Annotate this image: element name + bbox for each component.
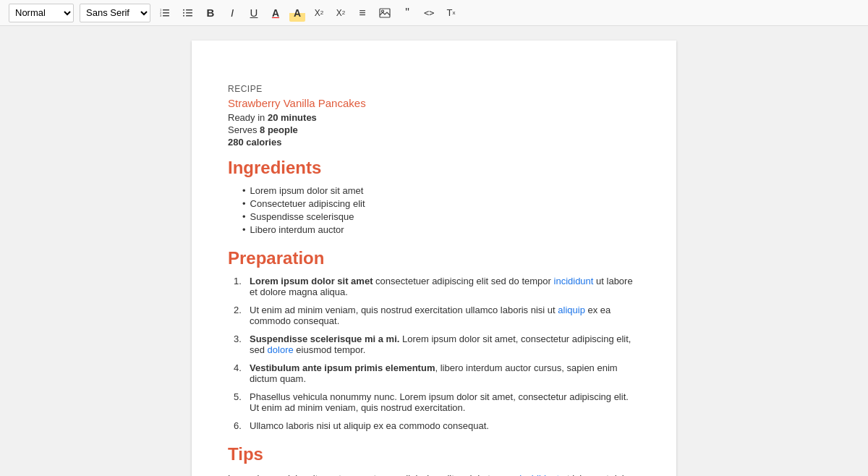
highlight-button[interactable]: A: [289, 4, 305, 22]
serves-meta: Serves 8 people: [228, 124, 640, 135]
list-item: 2. Ut enim ad minim veniam, quis nostrud…: [234, 305, 640, 326]
step-number: 3.: [234, 333, 242, 344]
list-item: 6. Ullamco laboris nisi ut aliquip ex ea…: [234, 420, 640, 431]
svg-rect-8: [186, 15, 192, 17]
list-item: 5. Phasellus vehicula nonummy nunc. Lore…: [234, 391, 640, 413]
step-bold-text: Lorem ipsum dolor sit amet: [250, 276, 373, 286]
list-item: Suspendisse scelerisque: [242, 211, 640, 222]
svg-point-11: [183, 14, 184, 16]
ready-meta: Ready in 20 minutes: [228, 112, 640, 123]
step-number: 5.: [234, 391, 242, 402]
recipe-label: RECIPE: [228, 84, 640, 94]
step-link[interactable]: incididunt: [554, 276, 594, 286]
font-selector[interactable]: Sans Serif Serif Monospace: [80, 4, 150, 22]
tips-text: Lorem ipsum dolor sit amet consectuuer a…: [228, 472, 640, 476]
line-spacing-button[interactable]: ≡: [354, 4, 370, 22]
ready-time: 20 minutes: [268, 112, 317, 123]
svg-rect-2: [163, 15, 169, 17]
recipe-title: Strawberry Vanilla Pancakes: [228, 97, 640, 109]
svg-point-9: [183, 9, 184, 10]
svg-rect-1: [163, 12, 169, 14]
ordered-list-button[interactable]: 1 2 3: [156, 4, 174, 22]
list-item: Libero interdum auctor: [242, 224, 640, 235]
serves-count: 8 people: [260, 124, 298, 135]
page-container: RECIPE Strawberry Vanilla Pancakes Ready…: [0, 26, 868, 476]
list-item: 3. Suspendisse scelerisque mi a mi. Lore…: [234, 333, 640, 355]
step-bold-text: Vestibulum ante ipsum primis elementum: [250, 362, 435, 373]
list-item: 1. Lorem ipsum dolor sit amet consectetu…: [234, 276, 640, 297]
tips-link[interactable]: incididunt: [519, 473, 559, 476]
step-number: 6.: [234, 420, 242, 431]
unordered-list-button[interactable]: [179, 4, 197, 22]
ready-prefix: Ready in: [228, 112, 268, 123]
insert-image-button[interactable]: [376, 4, 393, 22]
list-item: Lorem ipsum dolor sit amet: [242, 185, 640, 196]
serves-prefix: Serves: [228, 124, 260, 135]
underline-button[interactable]: U: [246, 4, 262, 22]
toolbar: Normal Heading 1 Heading 2 Sans Serif Se…: [0, 0, 868, 26]
svg-rect-0: [163, 9, 169, 11]
code-button[interactable]: <>: [421, 4, 437, 22]
step-number: 4.: [234, 362, 242, 373]
superscript-button[interactable]: X2: [333, 4, 349, 22]
blockquote-button[interactable]: ": [399, 4, 415, 22]
preparation-heading: Preparation: [228, 248, 640, 268]
text-color-button[interactable]: A: [268, 4, 284, 22]
svg-point-10: [183, 12, 184, 13]
step-link[interactable]: aliquip: [558, 305, 585, 315]
tips-heading: Tips: [228, 444, 640, 464]
step-number: 1.: [234, 276, 242, 286]
calories: 280 calories: [228, 137, 640, 148]
bold-button[interactable]: B: [203, 4, 218, 22]
svg-text:3: 3: [160, 14, 162, 17]
svg-rect-7: [186, 12, 192, 14]
ingredients-list: Lorem ipsum dolor sit amet Consectetuer …: [242, 185, 640, 235]
step-number: 2.: [234, 305, 242, 315]
style-selector[interactable]: Normal Heading 1 Heading 2: [9, 4, 74, 22]
svg-rect-12: [380, 9, 390, 17]
document-page[interactable]: RECIPE Strawberry Vanilla Pancakes Ready…: [192, 41, 676, 476]
list-item: Consectetuer adipiscing elit: [242, 198, 640, 209]
ingredients-heading: Ingredients: [228, 158, 640, 178]
step-bold-text: Suspendisse scelerisque mi a mi.: [250, 333, 399, 344]
subscript-button[interactable]: X2: [311, 4, 327, 22]
preparation-list: 1. Lorem ipsum dolor sit amet consectetu…: [234, 276, 640, 431]
svg-rect-6: [186, 9, 192, 11]
list-item: 4. Vestibulum ante ipsum primis elementu…: [234, 362, 640, 384]
clear-format-button[interactable]: Tx: [443, 4, 459, 22]
step-link[interactable]: dolore: [268, 344, 294, 355]
italic-button[interactable]: I: [224, 4, 240, 22]
